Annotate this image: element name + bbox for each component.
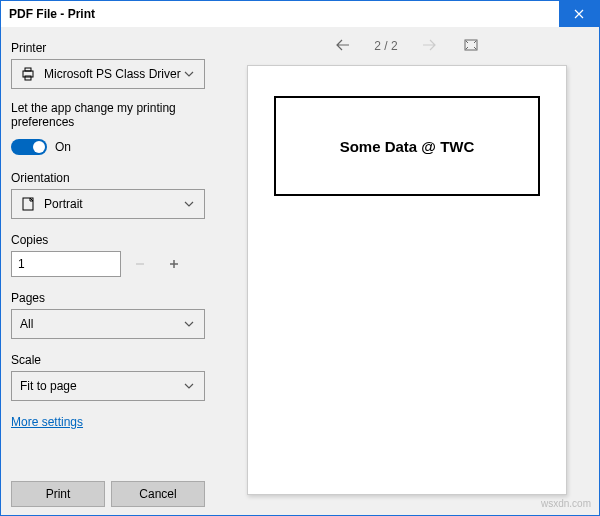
- scale-dropdown[interactable]: Fit to page: [11, 371, 205, 401]
- chevron-down-icon: [182, 201, 196, 207]
- chevron-down-icon: [182, 71, 196, 77]
- cancel-button[interactable]: Cancel: [111, 481, 205, 507]
- titlebar: PDF File - Print: [1, 1, 599, 27]
- chevron-down-icon: [182, 383, 196, 389]
- orientation-dropdown[interactable]: Portrait: [11, 189, 205, 219]
- print-dialog: PDF File - Print Printer Microsoft PS Cl…: [0, 0, 600, 516]
- minus-icon: [134, 258, 146, 270]
- arrow-left-icon: [336, 39, 350, 51]
- page-content-box: Some Data @ TWC: [274, 96, 540, 196]
- printer-dropdown[interactable]: Microsoft PS Class Driver: [11, 59, 205, 89]
- copies-input[interactable]: [11, 251, 121, 277]
- pref-label: Let the app change my printing preferenc…: [11, 101, 205, 129]
- chevron-down-icon: [182, 321, 196, 327]
- sidebar: Printer Microsoft PS Class Driver Let th…: [1, 27, 215, 515]
- orientation-label: Orientation: [11, 171, 205, 185]
- portrait-icon: [20, 197, 36, 211]
- prev-page-button[interactable]: [332, 35, 354, 58]
- toggle-knob: [33, 141, 45, 153]
- pages-value: All: [20, 317, 182, 331]
- printer-value: Microsoft PS Class Driver: [44, 67, 182, 81]
- close-icon: [574, 9, 584, 19]
- fit-icon: [464, 39, 478, 51]
- arrow-right-icon: [422, 39, 436, 51]
- print-button[interactable]: Print: [11, 481, 105, 507]
- copies-row: [11, 251, 205, 277]
- button-row: Print Cancel: [1, 475, 215, 515]
- next-page-button[interactable]: [418, 35, 440, 58]
- scale-value: Fit to page: [20, 379, 182, 393]
- orientation-value: Portrait: [44, 197, 182, 211]
- printer-label: Printer: [11, 41, 205, 55]
- copies-decrement[interactable]: [125, 251, 155, 277]
- spacer: [11, 429, 205, 475]
- close-button[interactable]: [559, 1, 599, 27]
- pref-state: On: [55, 140, 71, 154]
- dialog-body: Printer Microsoft PS Class Driver Let th…: [1, 27, 599, 515]
- printer-icon: [20, 67, 36, 81]
- preview-nav: 2 / 2: [215, 27, 599, 65]
- preview-area: Some Data @ TWC: [215, 65, 599, 515]
- pages-dropdown[interactable]: All: [11, 309, 205, 339]
- scale-label: Scale: [11, 353, 205, 367]
- page-indicator: 2 / 2: [374, 39, 397, 53]
- pages-label: Pages: [11, 291, 205, 305]
- svg-rect-1: [25, 68, 31, 71]
- window-title: PDF File - Print: [9, 7, 559, 21]
- pref-toggle-row: On: [11, 139, 205, 155]
- plus-icon: [168, 258, 180, 270]
- more-settings-link[interactable]: More settings: [11, 415, 205, 429]
- copies-label: Copies: [11, 233, 205, 247]
- copies-increment[interactable]: [159, 251, 189, 277]
- pref-toggle[interactable]: [11, 139, 47, 155]
- preview-pane: 2 / 2 Some Data @ TWC: [215, 27, 599, 515]
- fit-page-button[interactable]: [460, 35, 482, 58]
- page-preview: Some Data @ TWC: [247, 65, 567, 495]
